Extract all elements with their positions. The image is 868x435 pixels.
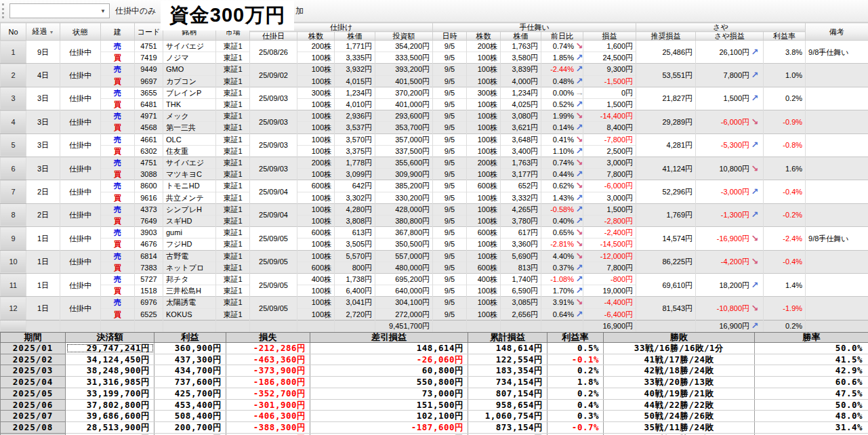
summary-row[interactable]: 2025/02 34,124,450円 437,300円 -463,360円 -… — [1, 354, 868, 365]
stock-name[interactable]: 古野電 — [163, 250, 216, 262]
settlement-amount[interactable]: 31,316,985円 — [66, 377, 154, 388]
settlement-amount[interactable]: 28,513,900円 — [66, 421, 154, 433]
row-number[interactable]: 12 — [1, 297, 26, 320]
stock-name[interactable]: フジHD — [163, 239, 216, 250]
stock-name[interactable]: gumi — [163, 227, 216, 239]
stock-name[interactable]: ノジマ — [163, 52, 216, 64]
summary-col-header[interactable]: 勝敗 — [604, 333, 755, 343]
col-header-code[interactable]: コード — [135, 23, 163, 41]
settlement-amount[interactable]: 38,248,900円 — [66, 365, 154, 377]
settlement-amount[interactable]: 39,686,600円 — [66, 411, 154, 422]
stock-name[interactable]: 共立メンテ — [163, 192, 216, 203]
position-row[interactable]: 1 9日 仕掛中 売 4751 サイバエジ 東証1 25/08/26 200株 … — [1, 41, 868, 52]
col-header-exit-date[interactable]: 日時 — [433, 32, 467, 41]
summary-col-header[interactable]: 勝率 — [755, 333, 868, 343]
col-header-exit-qty[interactable]: 株数 — [467, 32, 501, 41]
stock-name[interactable]: サイバエジ — [163, 157, 216, 169]
col-header-saya-pl[interactable]: さや損益 — [696, 32, 764, 41]
summary-row[interactable]: 2025/08 28,513,900円 200,700円 -388,300円 -… — [1, 421, 868, 433]
position-row[interactable]: 8 2日 仕掛中 売 4373 シンプレH 東証1 25/09/04 100株 … — [1, 203, 868, 215]
col-header-note[interactable]: 備考 — [806, 23, 868, 41]
position-row[interactable]: 11 1日 仕掛中 売 5727 邦チタ 東証1 25/09/05 400株 1… — [1, 274, 868, 285]
row-number[interactable]: 8 — [1, 203, 26, 226]
row-number[interactable]: 1 — [1, 41, 26, 64]
col-header-recommended[interactable]: 推奨損益 — [636, 32, 696, 41]
row-number[interactable]: 7 — [1, 180, 26, 203]
stock-name[interactable]: メック — [163, 110, 216, 122]
recommended-pl: 29,289円 — [636, 110, 696, 133]
position-row[interactable]: 12 1日 仕掛中 売 6976 太陽誘電 東証1 25/09/05 100株 … — [1, 297, 868, 308]
summary-row[interactable]: 2025/05 33,199,700円 425,700円 -352,700円 7… — [1, 388, 868, 399]
stock-name[interactable]: トモニHD — [163, 180, 216, 192]
summary-col-header[interactable]: 差引損益 — [310, 333, 468, 343]
col-header-price[interactable]: 株価 — [335, 32, 375, 41]
summary-col-header[interactable]: 期間 — [1, 333, 66, 343]
position-row[interactable]: 3 3日 仕掛中 売 3655 ブレインP 東証1 25/09/03 300株 … — [1, 87, 868, 98]
filter-dropdown[interactable]: ▼ — [9, 3, 110, 18]
summary-row[interactable]: 2025/06 37,802,800円 453,400円 -301,900円 1… — [1, 399, 868, 411]
col-header-days[interactable]: 経過 ▼ — [26, 23, 60, 41]
stock-name[interactable]: サイバエジ — [163, 41, 216, 52]
entry-price: 1,738円 — [335, 274, 375, 285]
profit-rate: -1.9% — [764, 297, 806, 320]
summary-row[interactable]: 2025/07 39,686,600円 508,400円 -406,300円 1… — [1, 411, 868, 422]
col-header-qty[interactable]: 株数 — [297, 32, 335, 41]
summary-col-header[interactable]: 利益率 — [547, 333, 604, 343]
stock-name[interactable]: ブレインP — [163, 87, 216, 98]
stock-name[interactable]: OLC — [163, 133, 216, 145]
stock-name[interactable]: KOKUS — [163, 308, 216, 320]
col-header-amount[interactable]: 投資額 — [375, 32, 433, 41]
settlement-amount[interactable]: 37,802,800円 — [66, 399, 154, 411]
col-header-change[interactable]: 前日比 — [541, 32, 583, 41]
settlement-amount[interactable]: 33,199,700円 — [66, 388, 154, 399]
settlement-amount[interactable]: 29,747,241円 — [66, 343, 154, 354]
position-row[interactable]: 5 3日 仕掛中 売 4661 OLC 東証1 25/09/03 100株 3,… — [1, 133, 868, 145]
position-row[interactable]: 7 2日 仕掛中 売 8600 トモニHD 東証1 25/09/04 600株 … — [1, 180, 868, 192]
row-number[interactable]: 9 — [1, 227, 26, 250]
summary-col-header[interactable]: 利益 — [154, 333, 226, 343]
row-number[interactable]: 4 — [1, 110, 26, 133]
period-cell: 2025/04 — [1, 377, 66, 388]
summary-col-header[interactable]: 決済額 — [66, 333, 154, 343]
status-label: 仕掛中 — [60, 274, 101, 297]
row-number[interactable]: 5 — [1, 133, 26, 157]
row-number[interactable]: 6 — [1, 157, 26, 180]
summary-col-header[interactable]: 損失 — [226, 333, 310, 343]
position-row[interactable]: 6 3日 仕掛中 売 4751 サイバエジ 東証1 25/09/03 200株 … — [1, 157, 868, 169]
col-header-pl[interactable]: 損益 — [583, 32, 636, 41]
position-row[interactable]: 4 3日 仕掛中 売 4971 メック 東証1 25/09/03 100株 2,… — [1, 110, 868, 122]
col-header-status[interactable]: 状態 — [60, 23, 101, 41]
stock-name[interactable]: 住友重 — [163, 145, 216, 157]
summary-col-header[interactable]: 累計損益 — [468, 333, 547, 343]
position-row[interactable]: 2 4日 仕掛中 売 9449 GMO 東証1 25/09/02 100株 3,… — [1, 64, 868, 75]
row-number[interactable]: 2 — [1, 64, 26, 87]
position-row[interactable]: 10 1日 仕掛中 売 6814 古野電 東証1 25/09/05 100株 5… — [1, 250, 868, 262]
row-number[interactable]: 10 — [1, 250, 26, 273]
stock-name[interactable]: GMO — [163, 64, 216, 75]
profit-rate: -0.2% — [764, 203, 806, 226]
col-header-no[interactable]: No — [1, 23, 26, 41]
stock-name[interactable]: 第一三共 — [163, 122, 216, 133]
settlement-amount[interactable]: 34,124,450円 — [66, 354, 154, 365]
stock-name[interactable]: 邦チタ — [163, 274, 216, 285]
stock-name[interactable]: シンプレH — [163, 203, 216, 215]
summary-row[interactable]: 2025/01 29,747,241円 360,900円 -212,286円 1… — [1, 343, 868, 354]
toolbar-grip-icon[interactable] — [2, 3, 4, 18]
partial-button-text[interactable]: 加 — [295, 5, 304, 17]
stock-name[interactable]: THK — [163, 99, 216, 110]
stock-name[interactable]: 太陽誘電 — [163, 297, 216, 308]
col-header-exit-price[interactable]: 株価 — [501, 32, 541, 41]
col-header-side[interactable]: 建 — [101, 23, 135, 41]
stock-name[interactable]: 三井松島H — [163, 285, 216, 297]
summary-row[interactable]: 2025/04 31,316,985円 737,600円 -186,800円 5… — [1, 377, 868, 388]
row-number[interactable]: 3 — [1, 87, 26, 110]
stock-name[interactable]: カプコン — [163, 75, 216, 87]
col-header-entry-date[interactable]: 仕掛日 — [250, 32, 297, 41]
position-row[interactable]: 9 1日 仕掛中 売 3903 gumi 東証1 25/09/05 600株 6… — [1, 227, 868, 239]
stock-name[interactable]: ネットプロ — [163, 262, 216, 273]
stock-name[interactable]: スギHD — [163, 215, 216, 227]
row-number[interactable]: 11 — [1, 274, 26, 297]
summary-row[interactable]: 2025/03 38,248,900円 434,700円 -373,900円 6… — [1, 365, 868, 377]
stock-name[interactable]: マツキヨC — [163, 169, 216, 180]
col-header-rate[interactable]: 利益率 — [764, 32, 806, 41]
